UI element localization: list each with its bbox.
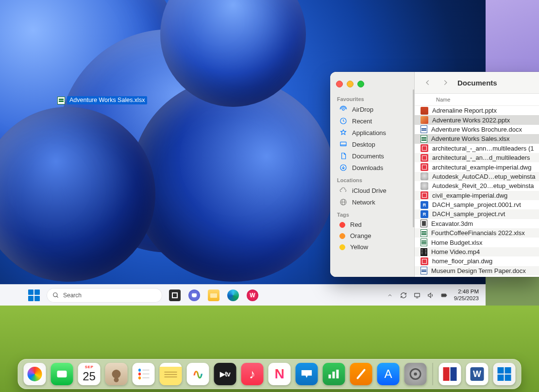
dock-word[interactable] (466, 363, 488, 385)
dock-pages[interactable] (350, 363, 372, 385)
sidebar-item-icloud[interactable]: iCloud Drive (333, 185, 412, 196)
svg-line-1 (57, 296, 58, 297)
sidebar-tag-yellow[interactable]: Yellow (333, 241, 412, 253)
file-name: architectural_example-imperial.dwg (432, 164, 531, 171)
file-explorer-button[interactable] (208, 290, 219, 301)
dock-tv[interactable] (214, 363, 236, 385)
dwg-file-icon (421, 163, 428, 171)
dock-news[interactable] (269, 363, 291, 385)
edge-button[interactable] (227, 290, 239, 301)
dock-appstore[interactable] (377, 363, 400, 385)
file-row[interactable]: Museum Design Term Paper.docx (415, 266, 539, 275)
battery-icon[interactable] (440, 291, 448, 299)
file-row[interactable]: Adventure Works 2022.pptx (415, 115, 539, 124)
finder-main: Documents Name Adrenaline Report.pptxAdv… (415, 72, 539, 277)
file-row[interactable]: Adrenaline Report.pptx (415, 106, 539, 115)
wps-office-button[interactable] (247, 290, 258, 301)
file-row[interactable]: FourthCoffeeFinancials 2022.xlsx (415, 228, 539, 238)
file-name: Adventure Works Brochure.docx (431, 126, 522, 133)
start-button[interactable] (28, 290, 40, 301)
sidebar-tag-red[interactable]: Red (333, 219, 412, 230)
dock-notes[interactable] (160, 363, 182, 385)
sidebar-scrollbar[interactable] (413, 89, 414, 227)
file-name: Adventure Works 2022.pptx (432, 117, 510, 124)
pptx-file-icon (421, 107, 428, 115)
sidebar-item-documents[interactable]: Documents (333, 150, 412, 162)
svg-rect-10 (340, 142, 346, 146)
dock-keynote[interactable] (296, 363, 318, 385)
dock-calendar[interactable]: SEP 25 (78, 363, 101, 385)
file-row[interactable]: Home Video.mp4 (415, 247, 539, 256)
back-button[interactable] (422, 77, 433, 88)
dock-music[interactable] (241, 363, 264, 385)
mac-dock: SEP 25 (18, 359, 522, 389)
tag-dot-icon (339, 244, 345, 250)
file-row[interactable]: civil_example-imperial.dwg (415, 191, 539, 200)
finder-window[interactable]: Favourites AirDrop Recent Applications D… (330, 72, 539, 277)
volume-icon[interactable] (427, 291, 435, 299)
file-row[interactable]: Adventure Works Brochure.docx (415, 125, 539, 134)
svg-rect-6 (442, 294, 445, 296)
file-row[interactable]: Autodesk_AutoCAD…etup_webinsta (415, 172, 539, 181)
window-controls (330, 77, 414, 92)
sidebar-tag-orange[interactable]: Orange (333, 230, 412, 241)
sidebar-item-network[interactable]: Network (333, 196, 412, 208)
dock-freeform[interactable] (187, 363, 209, 385)
finder-toolbar: Documents (415, 72, 539, 94)
file-row[interactable]: Adventure Works Sales.xlsx (415, 134, 539, 143)
downloads-icon (339, 164, 347, 171)
sidebar-item-desktop[interactable]: Desktop (333, 138, 412, 150)
sidebar-item-airdrop[interactable]: AirDrop (333, 103, 412, 115)
sidebar-heading-tags: Tags (330, 208, 414, 219)
sidebar-item-label: Applications (352, 129, 386, 136)
forward-button[interactable] (440, 77, 451, 88)
desktop-file-adventure-works-sales[interactable]: Adventure Works Sales.xlsx (57, 96, 147, 104)
dock-numbers[interactable] (323, 363, 345, 385)
file-row[interactable]: Home Budget.xlsx (415, 238, 539, 247)
file-name: Autodesk_Revit_20…etup_webinsta (432, 182, 534, 189)
teams-chat-button[interactable] (188, 290, 200, 301)
dock-settings[interactable] (404, 363, 427, 385)
file-row[interactable]: architectural_example-imperial.dwg (415, 162, 539, 171)
docx-file-icon (421, 267, 427, 274)
file-row[interactable]: DACH_sample_project.0001.rvt (415, 200, 539, 209)
dock-windows-vm[interactable] (493, 363, 516, 385)
sidebar-item-label: Network (352, 199, 375, 206)
file-row[interactable]: home_floor_plan.dwg (415, 256, 539, 266)
file-row[interactable]: architectural_-_an…d_multileaders (415, 153, 539, 162)
dock-contacts[interactable] (105, 363, 128, 385)
network-icon (339, 198, 347, 206)
sidebar-item-label: Recent (352, 118, 372, 125)
sidebar-item-applications[interactable]: Applications (333, 127, 412, 138)
sidebar-item-recent[interactable]: Recent (333, 115, 412, 127)
dock-parallels[interactable] (439, 363, 461, 385)
close-button[interactable] (336, 81, 343, 87)
clock-icon (339, 117, 347, 125)
file-row[interactable]: Autodesk_Revit_20…etup_webinsta (415, 181, 539, 190)
file-name: Excavator.3dm (431, 220, 473, 227)
minimize-button[interactable] (347, 81, 354, 87)
taskbar-search[interactable]: Search (47, 288, 162, 303)
windows-update-icon[interactable] (400, 291, 407, 299)
tray-overflow-icon[interactable] (386, 291, 394, 299)
dock-reminders[interactable] (133, 363, 155, 385)
xlsx-file-icon (421, 135, 427, 143)
svg-marker-4 (428, 293, 431, 297)
file-row[interactable]: Excavator.3dm (415, 219, 539, 228)
svg-point-8 (342, 108, 344, 110)
zoom-button[interactable] (357, 81, 364, 87)
taskbar-clock[interactable]: 2:48 PM 9/25/2023 (454, 289, 481, 301)
dwg-file-icon (421, 154, 428, 162)
sidebar-item-downloads[interactable]: Downloads (333, 162, 412, 173)
column-header-name[interactable]: Name (415, 94, 539, 106)
task-view-button[interactable] (169, 290, 181, 301)
dock-facetime[interactable] (51, 363, 73, 385)
3dm-file-icon (421, 220, 427, 227)
dock-photos[interactable] (24, 363, 46, 385)
parallels-tools-icon[interactable] (413, 291, 421, 299)
pptx2-file-icon (421, 116, 428, 124)
sidebar-heading-favourites: Favourites (330, 92, 414, 103)
dwg-file-icon (421, 191, 428, 199)
file-row[interactable]: DACH_sample_project.rvt (415, 209, 539, 219)
file-row[interactable]: architectural_-_ann…multileaders (1 (415, 144, 539, 153)
